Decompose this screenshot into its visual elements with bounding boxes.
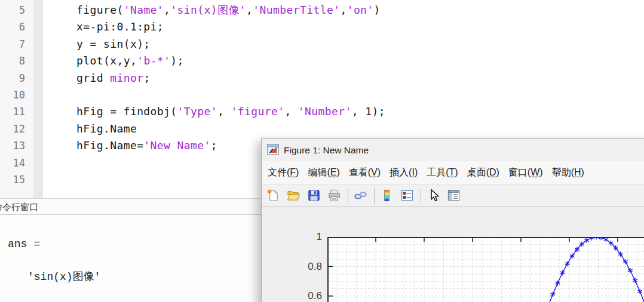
open-file-icon[interactable] (286, 187, 302, 204)
editor-gutter-divider (33, 0, 43, 198)
command-output-ans: ans = (8, 238, 40, 250)
edit-plot-icon[interactable] (425, 187, 441, 204)
menu-f[interactable]: 文件(F) (268, 167, 299, 179)
line-number: 11 (0, 103, 25, 120)
print-figure-icon[interactable] (326, 187, 342, 204)
property-inspector-icon[interactable] (446, 187, 462, 204)
toolbar-separator (348, 188, 348, 204)
code-line: hFig.Name (76, 121, 385, 137)
y-tick-label: 1 (286, 231, 322, 243)
code-line: y = sin(x); (76, 36, 385, 53)
code-line: x=-pi:0.1:pi; (76, 19, 385, 35)
line-number: 14 (0, 155, 25, 171)
code-line (76, 87, 385, 103)
figure-window[interactable]: Figure 1: New Name 文件(F)编辑(E)查看(V)插入(I)工… (261, 138, 644, 302)
command-output-value: 'sin(x)图像' (27, 269, 100, 283)
save-figure-icon[interactable] (306, 187, 322, 204)
matlab-desktop: 56789101112131415 figure('Name','sin(x)图… (0, 0, 644, 302)
y-tick-label: 0.6 (286, 290, 322, 302)
menu-t[interactable]: 工具(T) (427, 167, 458, 179)
menu-i[interactable]: 插入(I) (390, 167, 418, 179)
code-line: hFig = findobj('Type', 'figure', 'Number… (76, 103, 385, 120)
line-number: 9 (0, 70, 25, 87)
line-number: 10 (0, 87, 25, 103)
figure-window-title: Figure 1: New Name (284, 145, 369, 156)
menu-h[interactable]: 帮助(H) (552, 167, 584, 179)
menu-w[interactable]: 窗口(W) (508, 167, 543, 179)
line-number: 12 (0, 121, 25, 137)
insert-legend-icon[interactable] (399, 187, 415, 204)
line-number: 8 (0, 53, 25, 69)
figure-titlebar[interactable]: Figure 1: New Name (262, 139, 644, 161)
insert-colorbar-icon[interactable] (379, 187, 395, 204)
toolbar-separator (421, 188, 421, 204)
matlab-figure-icon (267, 144, 279, 157)
figure-menubar: 文件(F)编辑(E)查看(V)插入(I)工具(T)桌面(D)窗口(W)帮助(H) (262, 161, 644, 184)
sine-plot-axes[interactable] (327, 237, 644, 302)
command-window-title: 命令行窗口 (0, 199, 38, 215)
code-line: plot(x,y,'b-*'); (76, 53, 385, 69)
line-number: 5 (0, 2, 25, 19)
line-number: 13 (0, 137, 25, 154)
line-number: 7 (0, 36, 25, 53)
menu-d[interactable]: 桌面(D) (467, 167, 499, 179)
menu-e[interactable]: 编辑(E) (308, 167, 339, 179)
line-number: 6 (0, 19, 25, 35)
toolbar-separator (374, 188, 375, 204)
link-plot-icon[interactable] (352, 187, 369, 204)
figure-plot-canvas[interactable]: 10.80.6 (262, 207, 644, 302)
editor-line-numbers: 56789101112131415 (0, 2, 25, 188)
line-number: 15 (0, 171, 25, 188)
y-tick-label: 0.8 (286, 261, 322, 273)
code-line: figure('Name','sin(x)图像','NumberTitle','… (76, 2, 385, 19)
new-figure-icon[interactable] (265, 187, 281, 204)
figure-toolbar (262, 184, 644, 207)
menu-v[interactable]: 查看(V) (349, 167, 381, 179)
code-line: grid minor; (76, 70, 385, 87)
